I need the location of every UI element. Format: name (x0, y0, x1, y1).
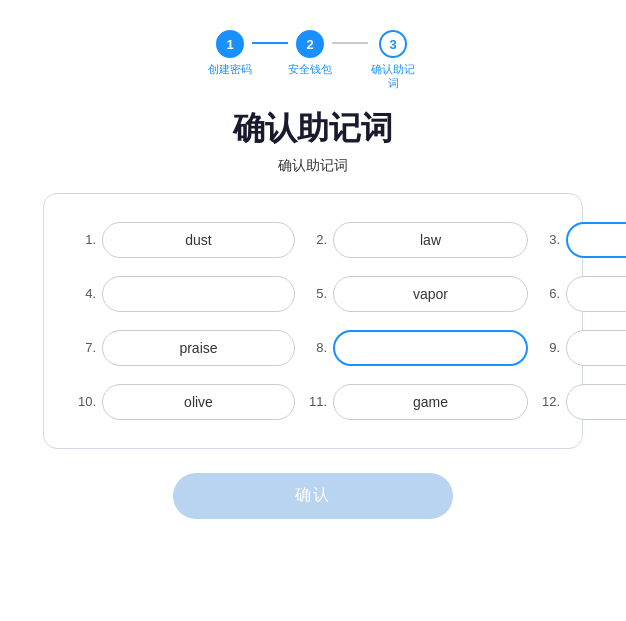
word-input-4[interactable] (102, 276, 295, 312)
step-connector-1 (252, 42, 288, 44)
step-1-label: 创建密码 (208, 62, 252, 76)
confirm-button[interactable]: 确认 (173, 473, 453, 519)
page: 1 创建密码 2 安全钱包 3 确认助记词 确认助记词 确认助记词 1.2.3.… (0, 0, 626, 621)
word-item-1: 1. (74, 222, 295, 258)
word-input-2[interactable] (333, 222, 528, 258)
word-index-6: 6. (538, 286, 560, 301)
word-input-1[interactable] (102, 222, 295, 258)
word-index-10: 10. (74, 394, 96, 409)
word-item-11: 11. (305, 384, 528, 420)
step-1-group: 1 创建密码 (208, 30, 252, 76)
word-input-10[interactable] (102, 384, 295, 420)
word-item-8: 8. (305, 330, 528, 366)
word-input-8[interactable] (333, 330, 528, 366)
step-3-circle: 3 (379, 30, 407, 58)
step-2-label: 安全钱包 (288, 62, 332, 76)
word-input-12[interactable] (566, 384, 626, 420)
word-item-3: 3. (538, 222, 626, 258)
word-index-8: 8. (305, 340, 327, 355)
step-3-group: 3 确认助记词 (368, 30, 418, 91)
word-item-6: 6. (538, 276, 626, 312)
step-3-label: 确认助记词 (368, 62, 418, 91)
word-index-3: 3. (538, 232, 560, 247)
word-index-11: 11. (305, 394, 327, 409)
word-index-12: 12. (538, 394, 560, 409)
step-connector-2 (332, 42, 368, 44)
word-input-11[interactable] (333, 384, 528, 420)
word-index-5: 5. (305, 286, 327, 301)
word-input-5[interactable] (333, 276, 528, 312)
word-item-2: 2. (305, 222, 528, 258)
main-title: 确认助记词 (233, 107, 393, 151)
words-grid: 1.2.3.4.5.6.7.8.9.10.11.12. (74, 222, 552, 420)
word-item-7: 7. (74, 330, 295, 366)
word-input-7[interactable] (102, 330, 295, 366)
word-item-5: 5. (305, 276, 528, 312)
connector-2-wrapper (332, 30, 368, 44)
step-2-circle: 2 (296, 30, 324, 58)
word-index-9: 9. (538, 340, 560, 355)
stepper: 1 创建密码 2 安全钱包 3 确认助记词 (208, 30, 418, 91)
connector-1-wrapper (252, 30, 288, 44)
mnemonic-card: 1.2.3.4.5.6.7.8.9.10.11.12. (43, 193, 583, 449)
word-item-12: 12. (538, 384, 626, 420)
word-item-9: 9. (538, 330, 626, 366)
word-input-9[interactable] (566, 330, 626, 366)
word-index-7: 7. (74, 340, 96, 355)
word-index-2: 2. (305, 232, 327, 247)
word-index-4: 4. (74, 286, 96, 301)
word-index-1: 1. (74, 232, 96, 247)
word-input-3[interactable] (566, 222, 626, 258)
step-1-circle: 1 (216, 30, 244, 58)
word-item-4: 4. (74, 276, 295, 312)
step-2-group: 2 安全钱包 (288, 30, 332, 76)
subtitle: 确认助记词 (278, 157, 348, 175)
word-item-10: 10. (74, 384, 295, 420)
word-input-6[interactable] (566, 276, 626, 312)
